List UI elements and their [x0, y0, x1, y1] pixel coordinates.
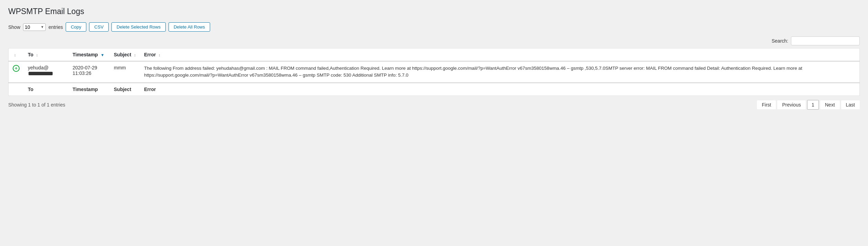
- footer-cell-expand: [9, 83, 24, 96]
- redacted-email-bar: [29, 72, 53, 75]
- table-footer-row: To Timestamp Subject Error: [9, 83, 860, 96]
- col-header-expand: ↕: [9, 48, 24, 62]
- delete-selected-button[interactable]: Delete Selected Rows: [111, 22, 166, 32]
- pagination-first-button[interactable]: First: [757, 100, 776, 109]
- delete-all-button[interactable]: Delete All Rows: [169, 22, 210, 32]
- footer-cell-to: To: [24, 83, 68, 96]
- toolbar: Show 10 25 50 100 ▼ entries Copy CSV Del…: [8, 22, 860, 32]
- search-input[interactable]: [791, 36, 860, 45]
- sort-icon-error: ↕: [159, 53, 161, 57]
- csv-button[interactable]: CSV: [89, 22, 109, 32]
- page-title: WPSMTP Email Logs: [8, 7, 860, 16]
- col-header-to-label: To: [28, 52, 33, 57]
- footer-subject-label: Subject: [114, 87, 131, 92]
- pagination-last-button[interactable]: Last: [841, 100, 860, 109]
- footer-cell-error: Error: [140, 83, 860, 96]
- entries-select[interactable]: 10 25 50 100: [25, 24, 40, 30]
- entries-select-wrapper[interactable]: 10 25 50 100 ▼: [23, 23, 46, 31]
- cell-expand: +: [9, 61, 24, 83]
- chevron-down-icon: ▼: [41, 25, 44, 29]
- sort-icon-to: ↕: [36, 53, 38, 57]
- cell-to: yehuda@: [24, 61, 68, 83]
- cell-subject: mmm: [110, 61, 140, 83]
- footer-cell-timestamp: Timestamp: [68, 83, 110, 96]
- footer-to-label: To: [28, 87, 33, 92]
- error-value: The following From address failed: yehud…: [144, 66, 802, 78]
- show-label: Show: [8, 24, 20, 30]
- cell-timestamp: 2020-07-29 11:03:26: [68, 61, 110, 83]
- sort-icon-expand: ↕: [14, 53, 16, 57]
- col-header-subject-label: Subject: [114, 52, 131, 57]
- footer-error-label: Error: [144, 87, 156, 92]
- pagination-next-button[interactable]: Next: [820, 100, 840, 109]
- subject-value: mmm: [114, 65, 126, 70]
- footer-timestamp-label: Timestamp: [73, 87, 98, 92]
- pagination: First Previous 1 Next Last: [757, 100, 860, 110]
- copy-button[interactable]: Copy: [66, 22, 86, 32]
- col-header-timestamp-label: Timestamp: [73, 52, 98, 57]
- pagination-previous-button[interactable]: Previous: [777, 100, 805, 109]
- col-header-to[interactable]: To ↕: [24, 48, 68, 62]
- sort-icon-timestamp: ▼: [101, 53, 105, 57]
- col-header-error: Error ↕: [140, 48, 860, 62]
- to-email-prefix: yehuda@: [28, 65, 48, 70]
- page-wrapper: WPSMTP Email Logs Show 10 25 50 100 ▼ en…: [0, 0, 868, 123]
- cell-error: The following From address failed: yehud…: [140, 61, 860, 83]
- table-row: + yehuda@ 2020-07-29 11:03:26 mmm The fo…: [9, 61, 860, 83]
- search-row: Search:: [8, 36, 860, 45]
- showing-text: Showing 1 to 1 of 1 entries: [8, 102, 65, 108]
- col-header-subject[interactable]: Subject ↕: [110, 48, 140, 62]
- table-header-row: ↕ To ↕ Timestamp ▼ Subject ↕ Error ↕: [9, 48, 860, 62]
- timestamp-value: 2020-07-29 11:03:26: [73, 65, 97, 76]
- footer-row: Showing 1 to 1 of 1 entries First Previo…: [8, 100, 860, 110]
- search-label: Search:: [772, 38, 788, 44]
- col-header-error-label: Error: [144, 52, 156, 57]
- col-header-timestamp[interactable]: Timestamp ▼: [68, 48, 110, 62]
- pagination-current-page: 1: [807, 100, 819, 110]
- footer-cell-subject: Subject: [110, 83, 140, 96]
- data-table: ↕ To ↕ Timestamp ▼ Subject ↕ Error ↕: [8, 48, 860, 96]
- row-expand-button[interactable]: +: [13, 65, 20, 72]
- sort-icon-subject: ↕: [134, 53, 136, 57]
- entries-label: entries: [48, 24, 63, 30]
